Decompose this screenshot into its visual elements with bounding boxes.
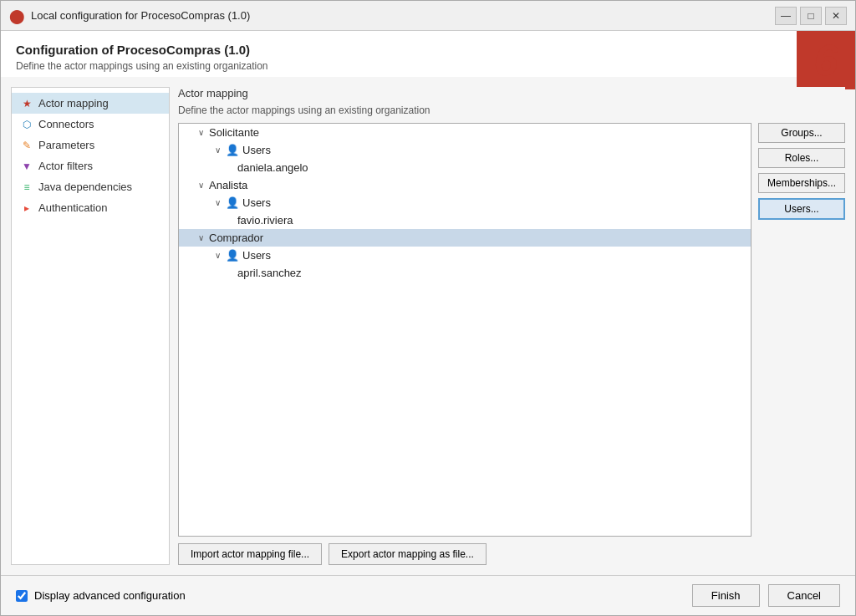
panel-title: Actor mapping [178, 87, 845, 99]
users-button[interactable]: Users... [758, 198, 845, 220]
memberships-button[interactable]: Memberships... [758, 173, 845, 193]
sidebar-item-authentication[interactable]: ▸ Authentication [12, 197, 169, 218]
tree-label-analista: Analista [209, 179, 247, 191]
authentication-icon: ▸ [20, 202, 33, 214]
finish-button[interactable]: Finish [692, 584, 760, 607]
footer-right: Finish Cancel [692, 584, 840, 607]
user-icon-comprador: 👤 [226, 249, 239, 262]
advanced-config-label: Display advanced configuration [34, 589, 186, 602]
user-icon-solicitante: 👤 [226, 144, 239, 156]
tree-label-daniela: daniela.angelo [237, 161, 308, 174]
chevron-comprador: ∨ [196, 233, 206, 242]
tree-item-april[interactable]: april.sanchez [179, 264, 751, 282]
sidebar-item-actor-mapping[interactable]: ★ Actor mapping [12, 93, 169, 114]
chevron-analista: ∨ [196, 181, 206, 190]
sidebar-item-actor-filters[interactable]: ▼ Actor filters [12, 155, 169, 176]
tree-label-comprador: Comprador [209, 232, 263, 244]
title-bar: ⬤ Local configuration for ProcesoCompras… [1, 1, 855, 31]
content-area: ★ Actor mapping ⬡ Connectors ✎ Parameter… [1, 77, 855, 575]
main-panel: Actor mapping Define the actor mappings … [178, 87, 845, 565]
footer-left: Display advanced configuration [16, 589, 186, 602]
chevron-solicitante: ∨ [196, 128, 206, 137]
java-deps-icon: ≡ [20, 181, 33, 193]
tree-item-daniela[interactable]: daniela.angelo [179, 159, 751, 176]
export-button[interactable]: Export actor mapping as file... [329, 543, 487, 565]
sidebar-item-connectors[interactable]: ⬡ Connectors [12, 114, 169, 135]
tree-label-solicitante: Solicitante [209, 126, 259, 139]
actor-mapping-tree[interactable]: ∨ Solicitante ∨ 👤 Users daniela.angelo ∨ [178, 123, 752, 537]
actor-mapping-icon: ★ [20, 98, 33, 109]
tree-item-analista[interactable]: ∨ Analista [179, 176, 751, 194]
chevron-comprador-users: ∨ [212, 251, 222, 260]
mapping-container: ∨ Solicitante ∨ 👤 Users daniela.angelo ∨ [178, 123, 845, 537]
tree-item-comprador[interactable]: ∨ Comprador [179, 229, 751, 247]
tree-item-solicitante[interactable]: ∨ Solicitante [179, 124, 751, 141]
tree-item-analista-users[interactable]: ∨ 👤 Users [179, 194, 751, 211]
tree-label-analista-users: Users [242, 196, 271, 209]
sidebar: ★ Actor mapping ⬡ Connectors ✎ Parameter… [11, 87, 170, 565]
sidebar-label-actor-mapping: Actor mapping [38, 97, 109, 109]
window-header: Configuration of ProcesoCompras (1.0) De… [1, 31, 855, 77]
action-buttons: Groups... Roles... Memberships... Users.… [758, 123, 845, 537]
app-icon: ⬤ [9, 8, 24, 23]
tree-label-comprador-users: Users [242, 249, 271, 262]
close-button[interactable]: ✕ [825, 7, 847, 25]
panel-subtitle: Define the actor mappings using an exist… [178, 104, 845, 116]
chevron-solicitante-users: ∨ [212, 145, 222, 155]
user-icon-analista: 👤 [226, 196, 239, 209]
actor-filters-icon: ▼ [20, 160, 33, 172]
parameters-icon: ✎ [20, 140, 33, 151]
footer: Display advanced configuration Finish Ca… [1, 575, 855, 615]
tree-item-comprador-users[interactable]: ∨ 👤 Users [179, 247, 751, 264]
cancel-button[interactable]: Cancel [768, 584, 840, 607]
import-button[interactable]: Import actor mapping file... [178, 543, 322, 565]
bottom-buttons: Import actor mapping file... Export acto… [178, 543, 845, 565]
sidebar-item-parameters[interactable]: ✎ Parameters [12, 135, 169, 155]
tree-label-solicitante-users: Users [242, 144, 271, 156]
main-window: ⬤ Local configuration for ProcesoCompras… [0, 0, 856, 616]
tree-label-favio: favio.riviera [237, 214, 293, 227]
chevron-analista-users: ∨ [212, 198, 222, 207]
window-controls: — □ ✕ [775, 7, 847, 25]
advanced-config-checkbox[interactable] [16, 590, 28, 602]
config-title: Configuration of ProcesoCompras (1.0) [16, 43, 840, 57]
sidebar-item-java-dependencies[interactable]: ≡ Java dependencies [12, 176, 169, 197]
maximize-button[interactable]: □ [800, 7, 822, 25]
sidebar-label-java-dependencies: Java dependencies [38, 181, 132, 193]
roles-button[interactable]: Roles... [758, 148, 845, 168]
tree-item-solicitante-users[interactable]: ∨ 👤 Users [179, 141, 751, 159]
sidebar-label-parameters: Parameters [38, 139, 94, 151]
window-title: Local configuration for ProcesoCompras (… [31, 9, 775, 22]
groups-button[interactable]: Groups... [758, 123, 845, 143]
sidebar-label-actor-filters: Actor filters [38, 160, 93, 172]
tree-label-april: april.sanchez [237, 267, 302, 279]
minimize-button[interactable]: — [775, 7, 797, 25]
config-subtitle: Define the actor mappings using an exist… [16, 60, 840, 72]
tree-item-favio[interactable]: favio.riviera [179, 211, 751, 229]
connectors-icon: ⬡ [20, 119, 33, 130]
sidebar-label-connectors: Connectors [38, 118, 94, 130]
sidebar-label-authentication: Authentication [38, 201, 107, 214]
